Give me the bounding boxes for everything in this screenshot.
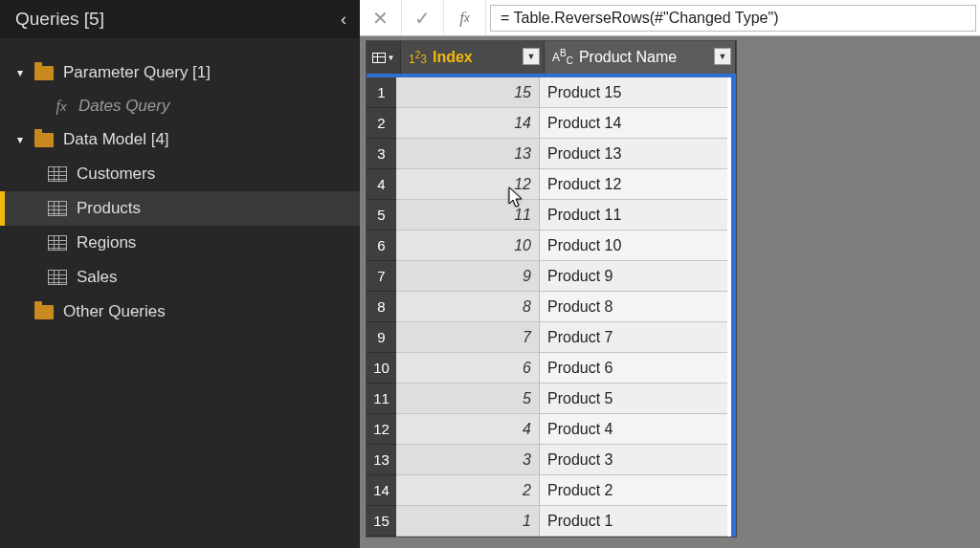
formula-input[interactable]: = Table.ReverseRows(#"Changed Type") bbox=[490, 5, 976, 32]
cell-index[interactable]: 9 bbox=[396, 261, 540, 292]
select-all-corner[interactable]: ▼ bbox=[367, 41, 401, 74]
collapse-sidebar-button[interactable]: ‹ bbox=[341, 10, 346, 30]
cell-index[interactable]: 14 bbox=[396, 108, 540, 139]
cell-product-name[interactable]: Product 12 bbox=[540, 169, 727, 200]
cell-product-name[interactable]: Product 6 bbox=[540, 353, 727, 384]
formula-text: = Table.ReverseRows(#"Changed Type") bbox=[501, 10, 778, 27]
cell-index[interactable]: 4 bbox=[396, 414, 540, 445]
query-regions[interactable]: Regions bbox=[0, 226, 360, 260]
query-products[interactable]: Products bbox=[0, 191, 360, 226]
folder-parameter-query[interactable]: ▾ Parameter Query [1] bbox=[0, 55, 360, 90]
cell-product-name[interactable]: Product 11 bbox=[540, 200, 727, 230]
chevron-down-icon[interactable]: ▼ bbox=[523, 48, 540, 65]
table-row[interactable]: 115Product 15 bbox=[371, 77, 731, 108]
cell-product-name[interactable]: Product 15 bbox=[540, 77, 727, 108]
caret-down-icon: ▾ bbox=[17, 133, 31, 146]
row-number[interactable]: 13 bbox=[367, 445, 396, 475]
table-row[interactable]: 124Product 4 bbox=[371, 414, 731, 445]
cell-index[interactable]: 12 bbox=[396, 169, 540, 200]
folder-label: Other Queries bbox=[63, 302, 166, 321]
cell-product-name[interactable]: Product 3 bbox=[540, 445, 727, 475]
cell-index[interactable]: 13 bbox=[396, 139, 540, 169]
row-number[interactable]: 9 bbox=[367, 322, 396, 353]
query-label: Sales bbox=[77, 268, 118, 287]
query-label: Products bbox=[77, 199, 141, 218]
cell-index[interactable]: 8 bbox=[396, 292, 540, 322]
cell-product-name[interactable]: Product 10 bbox=[540, 230, 727, 261]
row-number[interactable]: 4 bbox=[367, 169, 396, 200]
main-pane: ✕ ✓ fx = Table.ReverseRows(#"Changed Typ… bbox=[360, 0, 980, 548]
app-root: Queries [5] ‹ ▾ Parameter Query [1] fx D… bbox=[0, 0, 980, 548]
sidebar-header: Queries [5] ‹ bbox=[0, 0, 360, 38]
cell-product-name[interactable]: Product 9 bbox=[540, 261, 727, 292]
column-header-product-name[interactable]: ABC Product Name ▼ bbox=[545, 41, 736, 74]
folder-icon bbox=[34, 305, 54, 319]
table-row[interactable]: 88Product 8 bbox=[371, 292, 731, 322]
table-row[interactable]: 97Product 7 bbox=[371, 322, 731, 353]
cell-index[interactable]: 6 bbox=[396, 353, 540, 384]
row-number[interactable]: 10 bbox=[367, 353, 396, 384]
folder-other-queries[interactable]: Other Queries bbox=[0, 295, 360, 329]
queries-sidebar: Queries [5] ‹ ▾ Parameter Query [1] fx D… bbox=[0, 0, 360, 548]
folder-label: Parameter Query [1] bbox=[63, 63, 211, 82]
row-number[interactable]: 11 bbox=[367, 384, 396, 414]
table-icon bbox=[48, 235, 67, 251]
query-customers[interactable]: Customers bbox=[0, 157, 360, 191]
folder-data-model[interactable]: ▾ Data Model [4] bbox=[0, 122, 360, 157]
query-sales[interactable]: Sales bbox=[0, 260, 360, 295]
cell-product-name[interactable]: Product 5 bbox=[540, 384, 727, 414]
cell-product-name[interactable]: Product 7 bbox=[540, 322, 727, 353]
query-label: Regions bbox=[77, 233, 136, 252]
cell-index[interactable]: 11 bbox=[396, 200, 540, 230]
cancel-formula-button[interactable]: ✕ bbox=[360, 0, 402, 35]
data-grid-wrap: ▼ 123 Index ▼ ABC Product Name ▼ 11 bbox=[360, 36, 980, 537]
table-row[interactable]: 214Product 14 bbox=[371, 108, 731, 139]
cell-index[interactable]: 1 bbox=[396, 506, 540, 537]
table-row[interactable]: 313Product 13 bbox=[371, 139, 731, 169]
formula-bar: ✕ ✓ fx = Table.ReverseRows(#"Changed Typ… bbox=[360, 0, 980, 36]
cell-index[interactable]: 15 bbox=[396, 77, 540, 108]
cell-product-name[interactable]: Product 4 bbox=[540, 414, 727, 445]
query-label: Customers bbox=[77, 164, 155, 184]
cell-product-name[interactable]: Product 14 bbox=[540, 108, 727, 139]
table-icon bbox=[372, 53, 386, 63]
cell-index[interactable]: 5 bbox=[396, 384, 540, 414]
query-dates-query[interactable]: fx Dates Query bbox=[0, 90, 360, 122]
table-row[interactable]: 115Product 5 bbox=[371, 384, 731, 414]
fx-button[interactable]: fx bbox=[444, 0, 486, 35]
table-row[interactable]: 133Product 3 bbox=[371, 445, 731, 475]
table-row[interactable]: 79Product 9 bbox=[371, 261, 731, 292]
cell-index[interactable]: 10 bbox=[396, 230, 540, 261]
row-number[interactable]: 14 bbox=[367, 475, 396, 506]
row-number[interactable]: 2 bbox=[367, 108, 396, 139]
row-number[interactable]: 8 bbox=[367, 292, 396, 322]
table-row[interactable]: 610Product 10 bbox=[371, 230, 731, 261]
table-row[interactable]: 511Product 11 bbox=[371, 200, 731, 230]
column-header-index[interactable]: 123 Index ▼ bbox=[401, 41, 545, 74]
table-row[interactable]: 142Product 2 bbox=[371, 475, 731, 506]
cell-product-name[interactable]: Product 13 bbox=[540, 139, 727, 169]
sidebar-title: Queries [5] bbox=[15, 9, 104, 30]
caret-down-icon: ▾ bbox=[17, 66, 31, 79]
row-number[interactable]: 5 bbox=[367, 200, 396, 230]
cell-product-name[interactable]: Product 1 bbox=[540, 506, 727, 537]
row-number[interactable]: 7 bbox=[367, 261, 396, 292]
table-row[interactable]: 412Product 12 bbox=[371, 169, 731, 200]
data-grid: ▼ 123 Index ▼ ABC Product Name ▼ 11 bbox=[366, 40, 737, 537]
table-row[interactable]: 106Product 6 bbox=[371, 353, 731, 384]
table-row[interactable]: 151Product 1 bbox=[371, 506, 731, 537]
cell-product-name[interactable]: Product 8 bbox=[540, 292, 727, 322]
row-number[interactable]: 6 bbox=[367, 230, 396, 261]
cell-product-name[interactable]: Product 2 bbox=[540, 475, 727, 506]
table-icon bbox=[48, 270, 67, 285]
cell-index[interactable]: 3 bbox=[396, 445, 540, 475]
chevron-down-icon[interactable]: ▼ bbox=[714, 48, 731, 65]
row-number[interactable]: 1 bbox=[367, 77, 396, 108]
row-number[interactable]: 3 bbox=[367, 139, 396, 169]
commit-formula-button[interactable]: ✓ bbox=[402, 0, 444, 35]
cell-index[interactable]: 2 bbox=[396, 475, 540, 506]
row-number[interactable]: 12 bbox=[367, 414, 396, 445]
cell-index[interactable]: 7 bbox=[396, 322, 540, 353]
folder-icon bbox=[34, 66, 54, 80]
row-number[interactable]: 15 bbox=[367, 506, 396, 537]
